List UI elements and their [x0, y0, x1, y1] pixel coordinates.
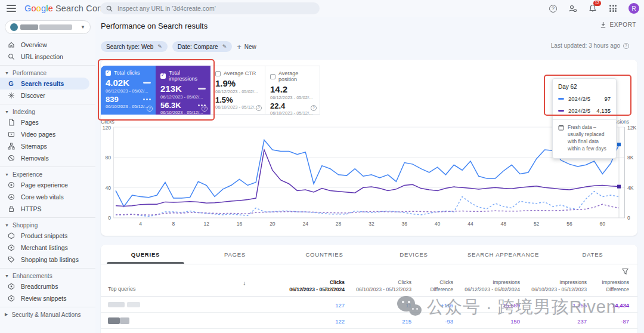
- sidebar-item-product-snippets[interactable]: Product snippets: [0, 230, 95, 242]
- new-filter-button[interactable]: + New: [237, 42, 256, 51]
- table-row[interactable]: 122 215 -93 150 237 -87: [101, 313, 637, 329]
- card-range-compare: 06/10/2023 - 05/12/...: [160, 110, 206, 115]
- checkbox-unchecked-icon[interactable]: [270, 74, 275, 79]
- cell-impressions-range1: 15,689: [503, 302, 520, 309]
- info-icon[interactable]: ?: [202, 106, 208, 112]
- sidebar-item-review-snippets[interactable]: Review snippets: [0, 292, 95, 304]
- section-performance[interactable]: ▼Performance: [0, 68, 95, 78]
- y-axis-tick-right: 8K: [627, 155, 633, 161]
- filter-funnel-icon[interactable]: [621, 267, 629, 275]
- x-axis-tick: 40: [435, 221, 440, 227]
- x-axis-tick: 16: [237, 221, 242, 227]
- metric-card-total-impressions[interactable]: Total impressions 213K 06/12/2023 - 05/0…: [156, 66, 210, 115]
- column-header-impressions-range1[interactable]: Impressions06/12/2023 - 05/02/2024: [465, 279, 520, 294]
- menu-icon[interactable]: [7, 5, 16, 12]
- info-icon[interactable]: ?: [147, 106, 153, 112]
- sidebar-item-removals[interactable]: Removals: [0, 152, 95, 164]
- url-inspection-icon: [7, 53, 15, 61]
- sidebar-item-page-experience[interactable]: Page experience: [0, 179, 95, 191]
- tab-countries[interactable]: COUNTRIES: [280, 245, 369, 264]
- filter-chip-date[interactable]: Date: Compare ✎: [172, 41, 232, 52]
- section-experience[interactable]: ▼Experience: [0, 169, 95, 179]
- hover-point-marker: [617, 143, 621, 146]
- filter-chip-search-type[interactable]: Search type: Web ✎: [101, 41, 168, 52]
- tab-queries[interactable]: QUERIES: [101, 245, 190, 264]
- card-value-compare: 56.3K: [160, 101, 181, 110]
- checkbox-unchecked-icon[interactable]: [215, 71, 221, 76]
- rich-result-icon: [7, 295, 15, 303]
- section-shopping[interactable]: ▼Shopping: [0, 220, 95, 230]
- help-icon[interactable]: ?: [549, 5, 557, 13]
- manage-users-icon[interactable]: [568, 4, 577, 13]
- notifications-bell-icon[interactable]: 12: [588, 4, 597, 13]
- tab-pages[interactable]: PAGES: [190, 245, 280, 264]
- tab-devices[interactable]: DEVICES: [369, 245, 459, 264]
- column-header-clicks-range2[interactable]: Clicks06/10/2023 - 05/12/2023: [356, 279, 411, 294]
- metric-card-total-clicks[interactable]: Total clicks 4.02K 06/12/2023 - 05/02/..…: [101, 66, 156, 115]
- column-header-clicks-difference[interactable]: ClicksDifference: [430, 279, 453, 294]
- checkbox-checked-icon[interactable]: [106, 70, 111, 76]
- sidebar-item-discover[interactable]: Discover: [0, 90, 95, 101]
- avatar[interactable]: R: [628, 3, 639, 14]
- column-header-clicks-range1[interactable]: ↓ Clicks06/12/2023 - 05/02/2024: [289, 279, 345, 294]
- url-inspect-search-input[interactable]: Inspect any URL in '3d4create.com': [100, 2, 320, 14]
- sidebar-item-sitemaps[interactable]: Sitemaps: [0, 140, 95, 152]
- discover-icon: [7, 92, 15, 100]
- column-header-top-queries[interactable]: Top queries: [108, 286, 136, 292]
- section-enhancements[interactable]: ▼Enhancements: [0, 271, 95, 280]
- rich-result-icon: [7, 244, 15, 252]
- home-icon: [7, 41, 15, 49]
- sidebar-item-label: URL inspection: [21, 53, 63, 60]
- sidebar-item-label: Search results: [21, 80, 64, 87]
- tab-search-appearance[interactable]: SEARCH APPEARANCE: [459, 245, 548, 264]
- metric-card-average-position[interactable]: Average position 14.2 06/12/2023 - 05/02…: [265, 66, 320, 115]
- info-icon[interactable]: ?: [256, 105, 262, 111]
- divider: [0, 166, 95, 167]
- sidebar-item-shopping-tab-listings[interactable]: Shopping tab listings: [0, 254, 95, 266]
- export-button[interactable]: EXPORT: [600, 21, 636, 28]
- cell-clicks-range2: 215: [402, 318, 411, 325]
- impressions-series-legend-icon: [558, 110, 564, 112]
- section-indexing[interactable]: ▼Indexing: [0, 107, 95, 116]
- sidebar-item-pages[interactable]: Pages: [0, 116, 95, 128]
- cell-clicks-range2: 11: [405, 302, 411, 309]
- sidebar-item-core-web-vitals[interactable]: Core web vitals: [0, 191, 95, 203]
- clicks-series-legend-icon: [558, 98, 564, 100]
- sidebar-item-video-pages[interactable]: Video pages: [0, 128, 95, 140]
- info-icon[interactable]: ?: [311, 105, 317, 111]
- sidebar-item-search-results[interactable]: G Search results: [0, 78, 89, 90]
- info-icon[interactable]: ?: [623, 43, 629, 49]
- metric-card-average-ctr[interactable]: Average CTR 1.9% 06/12/2023 - 05/02/... …: [210, 66, 265, 115]
- sidebar-item-merchant-listings[interactable]: Merchant listings: [0, 242, 95, 254]
- sidebar-item-overview[interactable]: Overview: [0, 39, 95, 51]
- cell-impressions-range2: 237: [577, 318, 587, 325]
- sidebar-item-label: Product snippets: [21, 232, 67, 239]
- sidebar-item-label: Discover: [21, 92, 45, 99]
- x-axis-tick: 36: [402, 221, 407, 227]
- table-row[interactable]: 127 11 +116 15,689 1,255 14,434: [101, 297, 637, 313]
- property-selector[interactable]: ▼: [5, 20, 91, 34]
- sidebar-item-label: Shopping tab listings: [21, 256, 79, 263]
- section-security-manual-actions[interactable]: ▶Security & Manual Actions: [0, 310, 95, 319]
- solid-line-legend-icon: [143, 82, 151, 84]
- divider: [0, 65, 95, 66]
- sidebar-item-breadcrumbs[interactable]: Breadcrumbs: [0, 280, 95, 292]
- sidebar-item-url-inspection[interactable]: URL inspection: [0, 51, 95, 63]
- column-header-impressions-difference[interactable]: ImpressionsDifference: [602, 279, 629, 294]
- card-value-primary: 213K: [160, 84, 182, 94]
- sidebar-item-https[interactable]: HTTPS: [0, 203, 95, 215]
- x-axis-tick: 8: [172, 221, 175, 227]
- apps-grid-icon[interactable]: [608, 4, 618, 13]
- card-range-primary: 06/12/2023 - 05/02/...: [106, 88, 151, 94]
- divider: [553, 119, 616, 120]
- divider: [0, 268, 95, 269]
- search-placeholder: Inspect any URL in '3d4create.com': [117, 5, 216, 12]
- chart-canvas[interactable]: [113, 127, 625, 218]
- export-label: EXPORT: [609, 21, 636, 28]
- removals-icon: [7, 155, 15, 162]
- sidebar-item-label: Removals: [21, 155, 49, 162]
- column-header-impressions-range2[interactable]: Impressions06/10/2023 - 05/12/2023: [531, 279, 587, 294]
- tab-dates[interactable]: DATES: [548, 245, 637, 264]
- checkbox-checked-icon[interactable]: [160, 73, 166, 79]
- tooltip-value: 4,135: [596, 107, 611, 114]
